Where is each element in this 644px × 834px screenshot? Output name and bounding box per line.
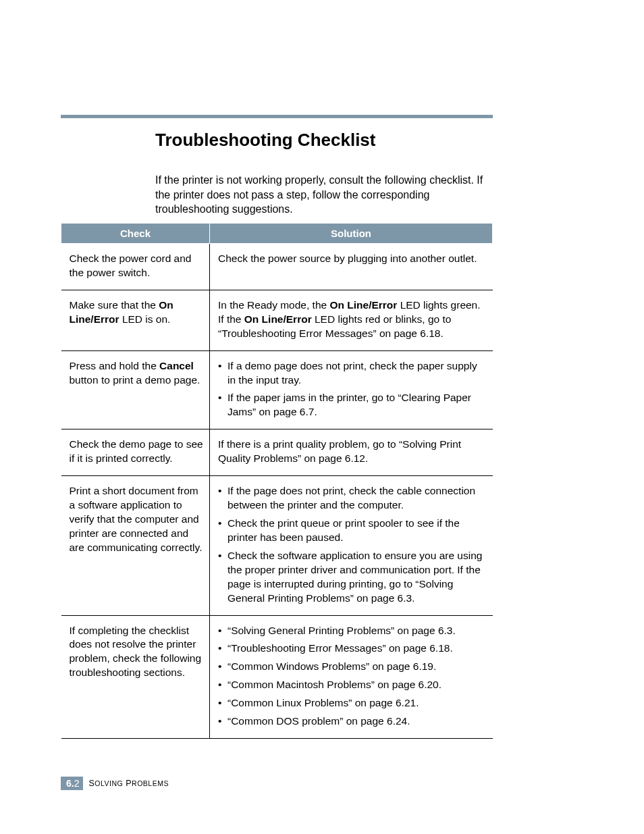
table-header-row: Check Solution (61, 224, 493, 244)
solution-cell: Check the power source by plugging into … (210, 244, 493, 290)
check-cell: Make sure that the On Line/Error LED is … (61, 290, 210, 350)
page: Troubleshooting Checklist If the printer… (0, 0, 644, 834)
bullet-list: If the page does not print, check the ca… (218, 484, 485, 605)
page-number-badge: 6.2 (61, 777, 83, 790)
chapter-number: 6. (66, 778, 74, 789)
check-cell: Press and hold the Cancel button to prin… (61, 350, 210, 429)
list-item: “Common Macintosh Problems” on page 6.20… (218, 678, 485, 692)
list-item: “Troubleshooting Error Messages” on page… (218, 642, 485, 656)
solution-cell: If there is a print quality problem, go … (210, 429, 493, 476)
list-item: “Common Windows Problems” on page 6.19. (218, 660, 485, 674)
list-item: “Common Linux Problems” on page 6.21. (218, 696, 485, 710)
list-item: If the page does not print, check the ca… (218, 484, 485, 513)
section-heading: Troubleshooting Checklist (155, 130, 375, 151)
table-row: If completing the checklist does not res… (61, 615, 493, 739)
section-rule (61, 115, 493, 118)
table-row: Check the demo page to see if it is prin… (61, 429, 493, 476)
bullet-list: If a demo page does not print, check the… (218, 359, 485, 420)
solution-cell: In the Ready mode, the On Line/Error LED… (210, 290, 493, 350)
page-footer: 6.2 SOLVING PROBLEMS (61, 777, 169, 790)
list-item: If a demo page does not print, check the… (218, 359, 485, 388)
footer-title: SOLVING PROBLEMS (88, 779, 168, 788)
solution-cell: “Solving General Printing Problems” on p… (210, 615, 493, 739)
table-row: Make sure that the On Line/Error LED is … (61, 290, 493, 350)
solution-cell: If the page does not print, check the ca… (210, 476, 493, 615)
list-item: If the paper jams in the printer, go to … (218, 391, 485, 419)
page-number: 2 (74, 778, 80, 789)
col-header-check: Check (61, 224, 210, 244)
table-row: Press and hold the Cancel button to prin… (61, 350, 493, 429)
col-header-solution: Solution (210, 224, 493, 244)
table-row: Check the power cord and the power switc… (61, 244, 493, 290)
bullet-list: “Solving General Printing Problems” on p… (218, 624, 485, 729)
list-item: Check the print queue or print spooler t… (218, 517, 485, 545)
check-cell: Print a short document from a software a… (61, 476, 210, 615)
list-item: “Solving General Printing Problems” on p… (218, 624, 485, 638)
table-row: Print a short document from a software a… (61, 476, 493, 615)
checklist-table: Check Solution Check the power cord and … (61, 223, 493, 739)
solution-cell: If a demo page does not print, check the… (210, 350, 493, 429)
check-cell: Check the power cord and the power switc… (61, 244, 210, 290)
check-cell: If completing the checklist does not res… (61, 615, 210, 739)
intro-paragraph: If the printer is not working properly, … (155, 173, 493, 217)
check-cell: Check the demo page to see if it is prin… (61, 429, 210, 476)
list-item: Check the software application to ensure… (218, 549, 485, 606)
list-item: “Common DOS problem” on page 6.24. (218, 714, 485, 729)
